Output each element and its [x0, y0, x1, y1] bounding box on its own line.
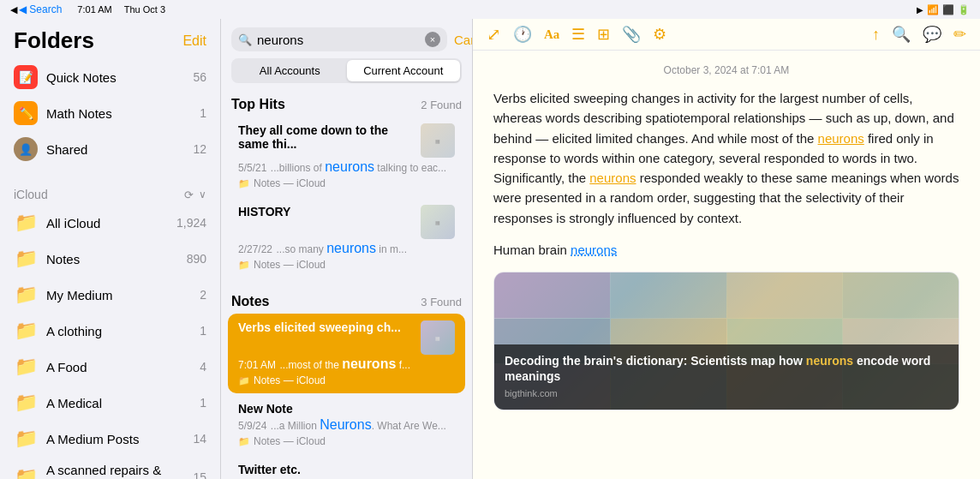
- note-result-preview-1b: f...: [396, 359, 410, 371]
- a-food-label: A Food: [46, 360, 191, 374]
- toolbar-list-icon[interactable]: ☰: [571, 25, 585, 44]
- search-input-wrapper[interactable]: 🔍 ×: [231, 27, 447, 51]
- note-link-card[interactable]: Decoding the brain's dictionary: Scienti…: [493, 272, 959, 410]
- folder-icon-2: 📁: [238, 260, 250, 271]
- a-clothing-icon: 📁: [14, 319, 38, 343]
- note-result-item-2[interactable]: New Note 5/9/24 ...a Million Neurons. Wh…: [228, 395, 465, 454]
- result-highlight-2: neurons: [326, 241, 376, 255]
- sidebar-item-notes[interactable]: 📁 Notes 890: [0, 241, 220, 277]
- note-result-header-1: Verbs elicited sweeping ch... ▦: [238, 320, 455, 355]
- note-result-item-3[interactable]: Twitter etc. 12/23/22 ...a 100,000 neuro…: [228, 456, 465, 479]
- quick-notes-count: 56: [193, 70, 206, 84]
- result-header-2: HISTORY ▦: [238, 205, 455, 239]
- my-medium-label: My Medium: [46, 288, 191, 302]
- status-date: Thu Oct 3: [124, 4, 165, 15]
- result-date-2: 2/27/22: [238, 243, 272, 255]
- note-folder-icon-1: 📁: [238, 375, 250, 386]
- note-result-title-3: Twitter etc.: [238, 463, 301, 476]
- toolbar-compose-icon[interactable]: ✏: [953, 25, 966, 44]
- sidebar-item-a-scanned[interactable]: 📁 A scanned repairs & mai... 15: [0, 457, 220, 479]
- note-toolbar: ⤢ 🕐 Aa ☰ ⊞ 📎 ⚙ ↑ 🔍 💬 ✏: [473, 19, 980, 51]
- img-cell-2: [611, 272, 726, 318]
- status-time: 7:01 AM: [77, 4, 111, 15]
- note-text-body: Verbs elicited sweeping changes in activ…: [493, 88, 959, 410]
- neuron-highlight-2: neurons: [589, 171, 636, 185]
- sidebar-item-a-food[interactable]: 📁 A Food 4: [0, 349, 220, 385]
- note-paragraph-1: Verbs elicited sweeping changes in activ…: [493, 88, 959, 228]
- icloud-chevron-icon: ∨: [199, 189, 206, 201]
- a-medium-posts-icon: 📁: [14, 427, 38, 451]
- tab-current-account[interactable]: Current Account: [347, 60, 461, 81]
- note-content: ⤢ 🕐 Aa ☰ ⊞ 📎 ⚙ ↑ 🔍 💬 ✏ October 3, 2024 a…: [473, 19, 980, 479]
- neuron-highlight-3: neurons: [571, 242, 617, 257]
- sidebar: Folders Edit 📝 Quick Notes 56 ✏️ Math No…: [0, 19, 221, 479]
- note-result-meta-1: 7:01 AM ...most of the neurons f...: [238, 356, 455, 372]
- folder-icon-1: 📁: [238, 178, 250, 189]
- sidebar-edit-button[interactable]: Edit: [182, 33, 206, 49]
- toolbar-settings-icon[interactable]: ⚙: [653, 25, 666, 44]
- search-clear-button[interactable]: ×: [425, 32, 440, 47]
- sidebar-item-a-medium-posts[interactable]: 📁 A Medium Posts 14: [0, 421, 220, 457]
- sidebar-item-my-medium[interactable]: 📁 My Medium 2: [0, 277, 220, 313]
- note-result-header-2: New Note: [238, 402, 455, 416]
- top-hit-item-2[interactable]: HISTORY ▦ 2/27/22 ...so many neurons in …: [228, 198, 465, 278]
- note-folder-icon-2: 📁: [238, 436, 250, 447]
- search-cancel-button[interactable]: Cancel: [454, 33, 473, 47]
- math-notes-count: 1: [200, 106, 206, 120]
- a-scanned-icon: 📁: [14, 465, 38, 479]
- toolbar-mention-icon[interactable]: 💬: [923, 25, 941, 44]
- result-folder-row-2: 📁 Notes — iCloud: [238, 259, 455, 271]
- result-meta-1: 5/5/21 ...billions of neurons talking to…: [238, 159, 455, 175]
- toolbar-back-icon[interactable]: ⤢: [487, 24, 501, 45]
- link-card-image: Decoding the brain's dictionary: Scienti…: [494, 272, 959, 410]
- search-input[interactable]: [257, 33, 420, 47]
- note-result-thumbnail-1: ▦: [421, 320, 455, 355]
- link-card-title: Decoding the brain's dictionary: Scienti…: [505, 353, 948, 384]
- toolbar-search-in-note-icon[interactable]: 🔍: [892, 25, 911, 44]
- all-icloud-label: All iCloud: [46, 216, 168, 231]
- link-card-highlight: neurons: [806, 354, 853, 368]
- my-medium-icon: 📁: [14, 283, 38, 307]
- note-result-meta-2: 5/9/24 ...a Million Neurons. What Are We…: [238, 417, 455, 433]
- result-preview-2a: ...so many: [277, 243, 327, 255]
- quick-notes-label: Quick Notes: [46, 70, 184, 85]
- notes-section-header: Notes 3 Found: [221, 289, 472, 313]
- toolbar-font-icon[interactable]: Aa: [544, 27, 559, 42]
- note-result-preview-2b: . What Are We...: [372, 420, 446, 432]
- note-result-item-1[interactable]: Verbs elicited sweeping ch... ▦ 7:01 AM …: [228, 314, 465, 393]
- result-preview-2b: in m...: [376, 243, 407, 255]
- img-cell-4: [843, 272, 959, 318]
- sidebar-item-math-notes[interactable]: ✏️ Math Notes 1: [0, 95, 220, 131]
- note-result-folder-2: Notes — iCloud: [254, 435, 326, 447]
- sidebar-item-all-icloud[interactable]: 📁 All iCloud 1,924: [0, 205, 220, 241]
- sidebar-title: Folders: [14, 27, 94, 54]
- a-scanned-label: A scanned repairs & mai...: [46, 463, 184, 479]
- top-hit-item-1[interactable]: They all come down to the same thi... ▦ …: [228, 117, 465, 196]
- sidebar-item-quick-notes[interactable]: 📝 Quick Notes 56: [0, 59, 220, 95]
- main-container: Folders Edit 📝 Quick Notes 56 ✏️ Math No…: [0, 19, 980, 479]
- sidebar-item-shared[interactable]: 👤 Shared 12: [0, 131, 220, 167]
- sidebar-header: Folders Edit: [0, 19, 220, 59]
- sidebar-item-a-medical[interactable]: 📁 A Medical 1: [0, 385, 220, 421]
- status-bar: ◀ ◀ Search 7:01 AM Thu Oct 3 ▶ 📶 ⬛ 🔋: [0, 0, 980, 19]
- all-icloud-icon: 📁: [14, 211, 38, 235]
- search-bar: 🔍 × Cancel: [221, 19, 472, 58]
- result-date-1: 5/5/21: [238, 162, 266, 174]
- note-result-title-2: New Note: [238, 402, 293, 416]
- toolbar-share-icon[interactable]: ↑: [872, 26, 880, 44]
- a-medical-label: A Medical: [46, 396, 191, 410]
- note-result-date-2: 5/9/24: [238, 420, 266, 432]
- sidebar-item-a-clothing[interactable]: 📁 A clothing 1: [0, 313, 220, 349]
- top-hits-title: Top Hits: [231, 97, 285, 112]
- toolbar-clock-icon[interactable]: 🕐: [513, 25, 532, 44]
- a-clothing-label: A clothing: [46, 324, 191, 338]
- note-result-highlight-2: Neurons: [320, 417, 371, 432]
- result-folder-row-1: 📁 Notes — iCloud: [238, 177, 455, 189]
- result-folder-2: Notes — iCloud: [254, 259, 326, 271]
- result-thumbnail-1: ▦: [421, 123, 455, 158]
- toolbar-table-icon[interactable]: ⊞: [597, 25, 610, 44]
- a-scanned-count: 15: [193, 470, 206, 479]
- search-tabs: All Accounts Current Account: [231, 58, 462, 83]
- toolbar-attachment-icon[interactable]: 📎: [622, 25, 641, 44]
- tab-all-accounts[interactable]: All Accounts: [233, 60, 347, 81]
